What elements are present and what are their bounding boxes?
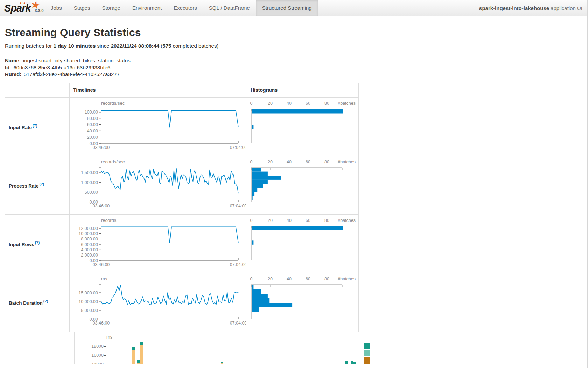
tab-structured-streaming[interactable]: Structured Streaming — [256, 0, 318, 16]
input-rows-histogram-cell: 020406080#batches — [247, 214, 359, 273]
help-icon[interactable]: (?) — [43, 299, 48, 303]
input-rate-timeline-cell: records/sec100.0080.0060.0040.0020.000.0… — [70, 97, 247, 156]
tab-executors[interactable]: Executors — [168, 0, 203, 16]
spark-version: 3.3.0 — [35, 8, 44, 13]
svg-text:60: 60 — [306, 218, 310, 223]
help-icon[interactable]: (?) — [35, 240, 40, 245]
op-y-tick-label: 14000 — [83, 362, 104, 364]
tab-jobs[interactable]: Jobs — [45, 0, 68, 16]
running-batches-line: Running batches for 1 day 10 minutes sin… — [5, 43, 583, 49]
svg-text:500.00: 500.00 — [85, 190, 98, 195]
tab-stages[interactable]: Stages — [68, 0, 96, 16]
svg-text:12,000.00: 12,000.00 — [78, 226, 98, 231]
name-value: ingest smart_city shared_bikes_station_s… — [23, 57, 131, 63]
input-rate-histogram-chart: 020406080#batches — [247, 98, 358, 156]
op-y-tick-label: 16000 — [83, 353, 104, 358]
svg-text:07:04:00: 07:04:00 — [230, 262, 246, 267]
input-rate-timeline-chart: records/sec100.0080.0060.0040.0020.000.0… — [70, 98, 246, 156]
svg-text:03:46:00: 03:46:00 — [93, 204, 110, 209]
svg-text:60.00: 60.00 — [87, 122, 98, 127]
op-bar-segment — [196, 364, 198, 364]
input-rate-histogram-cell: 020406080#batches — [247, 97, 359, 156]
svg-text:40: 40 — [287, 277, 292, 281]
input-rate-label: Input Rate(?) — [5, 97, 70, 156]
svg-text:80: 80 — [324, 277, 329, 281]
svg-text:0: 0 — [250, 101, 253, 106]
completed-batches-count: 575 — [162, 43, 171, 49]
query-runid-line: RunId: 517afd3f-28e2-4ba8-9fe4-4102527a3… — [5, 71, 583, 78]
application-title: spark-ingest-into-lakehouse application … — [479, 0, 582, 16]
svg-text:20: 20 — [268, 277, 273, 281]
svg-text:1,500.00: 1,500.00 — [81, 170, 98, 175]
navbar: APACHE Spark ★ 3.3.0 JobsStagesStorageEn… — [0, 0, 588, 16]
svg-text:0: 0 — [250, 218, 253, 223]
cell-divider — [74, 332, 75, 364]
svg-text:0: 0 — [250, 159, 253, 164]
op-legend-swatch-teal_light — [364, 350, 370, 356]
svg-text:80: 80 — [324, 159, 329, 164]
input-rows-histogram-chart: 020406080#batches — [247, 215, 358, 273]
svg-text:8,000.00: 8,000.00 — [81, 237, 98, 241]
op-bar-segment — [354, 362, 356, 364]
running-since: 2022/11/24 08:08:44 — [111, 43, 159, 49]
empty-header-cell — [5, 83, 70, 97]
op-y-tick-label: 18000 — [83, 344, 104, 349]
op-bar-segment — [351, 361, 354, 364]
help-icon[interactable]: (?) — [40, 182, 44, 186]
runid-label: RunId: — [5, 71, 21, 77]
process-rate-label: Process Rate(?) — [5, 156, 70, 214]
svg-text:20.00: 20.00 — [87, 135, 98, 140]
svg-text:07:04:00: 07:04:00 — [230, 204, 246, 209]
svg-text:#batches: #batches — [338, 277, 356, 281]
spark-wordmark: Spark — [4, 2, 31, 14]
tab-environment[interactable]: Environment — [126, 0, 168, 16]
process-rate-histogram-cell: 020406080#batches — [247, 156, 359, 214]
svg-text:60: 60 — [306, 159, 310, 164]
op-legend-swatch-teal — [364, 343, 370, 349]
nav-tabs: JobsStagesStorageEnvironmentExecutorsSQL… — [45, 0, 318, 16]
running-mid: since — [96, 43, 111, 49]
svg-text:07:04:00: 07:04:00 — [230, 321, 246, 326]
svg-text:1,000.00: 1,000.00 — [81, 180, 98, 185]
svg-text:07:04:00: 07:04:00 — [230, 145, 246, 150]
svg-text:03:46:00: 03:46:00 — [93, 262, 110, 267]
batch-duration-label: Batch Duration(?) — [5, 273, 70, 332]
tab-storage[interactable]: Storage — [96, 0, 126, 16]
svg-text:80: 80 — [324, 218, 329, 223]
histograms-header: Histograms — [247, 83, 359, 97]
batch-duration-histogram-chart: 020406080#batches — [247, 273, 358, 331]
batch-duration-row: Batch Duration(?)ms15,000.0010,000.005,0… — [5, 273, 359, 332]
query-id-line: Id: 60dc3768-85e3-4fb5-a13c-63b29938bfe6 — [5, 64, 583, 71]
running-pre: Running batches for — [5, 43, 53, 49]
svg-text:60: 60 — [306, 101, 310, 106]
svg-text:6,000.00: 6,000.00 — [81, 242, 98, 247]
op-bar-segment — [137, 360, 140, 363]
op-legend-swatch-orange_dark — [364, 357, 370, 364]
running-duration: 1 day 10 minutes — [53, 43, 96, 49]
op-bar-segment — [137, 363, 140, 364]
tab-sql-dataframe[interactable]: SQL / DataFrame — [203, 0, 256, 16]
input-rows-timeline-cell: records12,000.0010,000.008,000.006,000.0… — [70, 214, 247, 273]
op-legend-swatch-orange — [364, 364, 370, 364]
svg-text:20: 20 — [268, 101, 273, 106]
name-label: Name: — [5, 57, 21, 63]
id-label: Id: — [5, 64, 11, 70]
op-bar-segment — [140, 342, 143, 345]
svg-text:15,000.00: 15,000.00 — [78, 291, 98, 295]
svg-text:5,000.00: 5,000.00 — [81, 308, 98, 313]
svg-text:80: 80 — [324, 101, 329, 106]
svg-text:20: 20 — [268, 218, 273, 223]
help-icon[interactable]: (?) — [33, 123, 37, 128]
svg-text:80.00: 80.00 — [87, 116, 98, 121]
batch-duration-histogram-cell: 020406080#batches — [247, 273, 359, 332]
svg-text:records/sec: records/sec — [101, 159, 125, 164]
spark-logo[interactable]: APACHE Spark ★ 3.3.0 — [0, 0, 45, 16]
op-y-axis — [106, 341, 106, 364]
op-bar-segment — [132, 350, 135, 364]
operation-duration-row: ms 180001600014000 — [10, 332, 378, 364]
statistics-table: Timelines Histograms Input Rate(?)record… — [5, 83, 359, 332]
running-open: ( — [159, 43, 162, 49]
process-rate-timeline-cell: records/sec1,500.001,000.00500.000.0003:… — [70, 156, 247, 214]
process-rate-histogram-chart: 020406080#batches — [247, 156, 358, 214]
svg-text:60: 60 — [306, 277, 310, 281]
